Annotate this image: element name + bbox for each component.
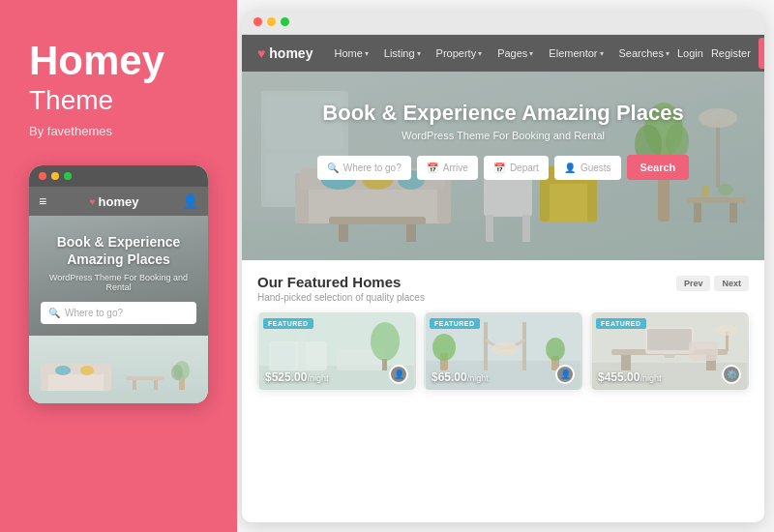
- desktop-logo: ♥ homey: [257, 45, 313, 61]
- next-button[interactable]: Next: [714, 276, 749, 291]
- nav-register-link[interactable]: Register: [711, 47, 751, 59]
- hero-search-bar: 🔍 Where to go? 📅 Arrive 📅 Depart 👤 Guest…: [317, 155, 690, 180]
- svg-rect-70: [647, 329, 692, 350]
- property-cards: FEATURED $525.00/night 👤: [257, 312, 749, 390]
- svg-rect-5: [126, 376, 164, 380]
- dot-yellow: [51, 172, 59, 180]
- left-panel: Homey Theme By favethemes ≡ ♥ homey 👤 Bo…: [0, 0, 237, 532]
- card-2-image: FEATURED $65.00/night 👤: [424, 312, 582, 390]
- dot-green: [64, 172, 72, 180]
- nav-pages[interactable]: Pages ▾: [490, 47, 541, 59]
- mobile-mockup: ≡ ♥ homey 👤 Book & Experience Amazing Pl…: [29, 165, 208, 402]
- hero-content: Book & Experience Amazing Places WordPre…: [317, 101, 690, 180]
- browser-chrome: [242, 10, 764, 35]
- calendar-arrive-icon: 📅: [427, 163, 438, 173]
- card-2-badge: FEATURED: [430, 318, 480, 329]
- mobile-bg-image: [29, 336, 208, 403]
- pages-chevron-icon: ▾: [529, 49, 533, 58]
- desktop-hero: Book & Experience Amazing Places WordPre…: [242, 72, 764, 260]
- card-2-price: $65.00/night: [432, 370, 489, 384]
- svg-rect-72: [689, 341, 718, 361]
- mobile-hero-title: Book & Experience Amazing Places: [41, 233, 196, 268]
- desktop-nav: ♥ homey Home ▾ Listing ▾ Property ▾ Page…: [242, 35, 764, 72]
- become-host-button[interactable]: Become a Host: [759, 38, 764, 69]
- svg-point-74: [715, 324, 738, 336]
- svg-rect-58: [522, 322, 526, 370]
- svg-rect-4: [44, 363, 111, 374]
- property-chevron-icon: ▾: [478, 49, 482, 58]
- featured-navigation: Prev Next: [676, 276, 749, 291]
- nav-login-link[interactable]: Login: [677, 47, 703, 59]
- svg-rect-51: [298, 337, 306, 371]
- searches-chevron-icon: ▾: [666, 49, 670, 58]
- svg-point-11: [55, 366, 71, 375]
- svg-rect-57: [484, 322, 488, 370]
- where-to-go-field[interactable]: 🔍 Where to go?: [317, 156, 411, 180]
- svg-point-59: [491, 342, 519, 356]
- listing-chevron-icon: ▾: [417, 49, 421, 58]
- svg-point-10: [171, 365, 183, 380]
- nav-links: Home ▾ Listing ▾ Property ▾ Pages ▾ Elem…: [326, 47, 677, 59]
- hero-title: Book & Experience Amazing Places: [317, 101, 690, 126]
- arrive-label: Arrive: [443, 163, 468, 173]
- featured-section: Our Featured Homes Hand-picked selection…: [242, 260, 764, 522]
- mobile-hero-subtitle: WordPress Theme For Booking and Rental: [41, 273, 196, 292]
- nav-searches[interactable]: Searches ▾: [611, 47, 677, 59]
- prev-button[interactable]: Prev: [676, 276, 711, 291]
- nav-heart-icon: ♥: [257, 45, 265, 61]
- search-icon: 🔍: [327, 163, 339, 173]
- card-3-badge: FEATURED: [596, 318, 646, 329]
- card-1-badge: FEATURED: [263, 318, 313, 329]
- theme-name: Homey: [29, 39, 208, 83]
- svg-rect-50: [271, 343, 295, 369]
- property-card-2[interactable]: FEATURED $65.00/night 👤: [424, 312, 582, 390]
- property-card-3[interactable]: FEATURED $455.00/night ⚙️: [590, 312, 749, 390]
- svg-point-12: [80, 366, 94, 375]
- mobile-browser-bar: [29, 165, 208, 187]
- nav-home[interactable]: Home ▾: [326, 47, 375, 59]
- svg-point-63: [546, 338, 565, 361]
- user-icon[interactable]: 👤: [182, 193, 198, 209]
- card-1-price: $525.00/night: [265, 370, 328, 384]
- nav-right-actions: Login Register Become a Host: [677, 38, 764, 69]
- card-3-image: FEATURED $455.00/night ⚙️: [590, 312, 749, 390]
- featured-desc: Hand-picked selection of quality places: [257, 292, 425, 303]
- svg-rect-67: [621, 355, 631, 370]
- featured-text: Our Featured Homes Hand-picked selection…: [257, 274, 425, 303]
- home-chevron-icon: ▾: [365, 49, 369, 58]
- mobile-hero: Book & Experience Amazing Places WordPre…: [29, 216, 208, 335]
- card-3-avatar: ⚙️: [722, 365, 741, 384]
- nav-elementor[interactable]: Elementor ▾: [541, 47, 610, 59]
- browser-dot-red: [253, 17, 262, 26]
- svg-rect-54: [382, 359, 387, 370]
- mobile-search-icon: 🔍: [48, 308, 60, 318]
- depart-field[interactable]: 📅 Depart: [484, 156, 549, 180]
- svg-point-61: [432, 334, 456, 361]
- arrive-field[interactable]: 📅 Arrive: [417, 156, 478, 180]
- theme-type: Theme: [29, 85, 208, 116]
- hero-subtitle: WordPress Theme For Booking and Rental: [317, 130, 690, 141]
- svg-rect-7: [154, 380, 158, 390]
- depart-label: Depart: [510, 163, 539, 173]
- svg-rect-71: [665, 354, 674, 358]
- search-button[interactable]: Search: [627, 155, 690, 180]
- card-1-image: FEATURED $525.00/night 👤: [257, 312, 416, 390]
- guests-label: Guests: [580, 163, 611, 173]
- mobile-nav: ≡ ♥ homey 👤: [29, 187, 208, 216]
- hamburger-icon[interactable]: ≡: [39, 193, 46, 209]
- guests-field[interactable]: 👤 Guests: [554, 156, 621, 180]
- heart-icon: ♥: [90, 196, 96, 207]
- nav-property[interactable]: Property ▾: [429, 47, 491, 59]
- featured-title: Our Featured Homes: [257, 274, 425, 290]
- svg-rect-6: [133, 380, 136, 390]
- dot-red: [39, 172, 46, 180]
- browser-dot-yellow: [267, 17, 276, 26]
- theme-author: By favethemes: [29, 124, 208, 138]
- mobile-search-bar[interactable]: 🔍 Where to go?: [41, 302, 196, 324]
- mobile-logo: ♥ homey: [90, 194, 139, 209]
- calendar-depart-icon: 📅: [493, 163, 505, 173]
- browser-dot-green: [281, 17, 289, 26]
- property-card-1[interactable]: FEATURED $525.00/night 👤: [257, 312, 416, 390]
- nav-listing[interactable]: Listing ▾: [376, 47, 429, 59]
- card-1-avatar: 👤: [389, 365, 408, 384]
